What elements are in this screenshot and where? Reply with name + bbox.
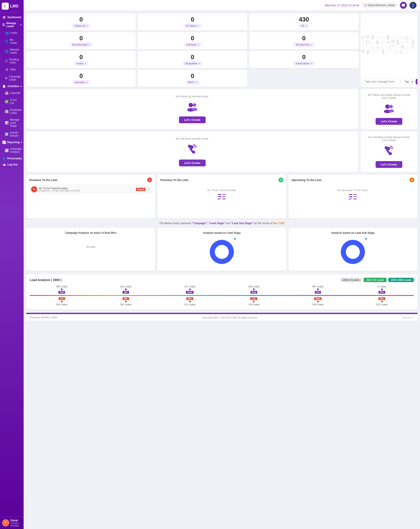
call-back-stream-create-button[interactable]: Let's Create [376, 161, 402, 168]
leads-icon: 👥 [5, 31, 9, 35]
stat-card-did-not-pick: 0 Did Not Pick ↗ [249, 32, 359, 49]
sidebar-item-filter[interactable]: ⚙ Filter [3, 66, 23, 73]
stats-section: 0 Follow Up ↗ 0 FU Warm ↗ 430 FS ↗ [26, 13, 417, 87]
stat-card-fs: 430 FS ↗ [249, 13, 359, 30]
users-stream-icon [383, 103, 395, 115]
website-leads-icon: 🌐 [5, 50, 9, 53]
stat-label[interactable]: Deal Won ↗ [72, 80, 90, 84]
sidebar-item-reporting[interactable]: 📈 Reporting ▾ [0, 139, 24, 145]
todo-previous-panel-2: Previous To Do Lists 0 No "To Do" found … [157, 174, 286, 218]
todo-count-badge-2: 0 [279, 177, 283, 182]
sidebar-item-logout[interactable]: ⏏ Log Out [0, 161, 24, 168]
call-back-create-button[interactable]: Let's Create [179, 159, 206, 166]
timeline-month-oct: 487 Leads Oct [286, 285, 350, 294]
sidebar-item-campaign-leads[interactable]: ⚙ Campaign Leads [3, 73, 23, 83]
svg-rect-9 [222, 194, 226, 195]
follow-up-left-panel: No Follow Up records found. Let's Create [26, 89, 358, 129]
stat-label[interactable]: Follow Up ↗ [72, 24, 90, 28]
sidebar-item-activity-stream[interactable]: 🔄 Activity Stream [3, 129, 23, 139]
timeline-month-aug: 326 Leads Aug [222, 285, 286, 294]
pending-tasks-icon: ⏱ [5, 59, 8, 63]
checklist-icon [217, 193, 226, 203]
timeline-dot-red [61, 301, 63, 303]
sidebar-item-campaign-analysis[interactable]: 📉 Campaign Analysis [3, 145, 23, 155]
timeline-month-may: May 212 Leads [158, 297, 222, 306]
sidebar-item-dashboard[interactable]: ⊞ Dashboard [0, 14, 24, 20]
stat-number: 0 [79, 54, 83, 61]
external-link-icon: ↗ [195, 81, 197, 84]
calendar-icon: 📅 [5, 91, 9, 95]
stat-card-future-batch: 0 Future Batch ↗ [249, 51, 359, 68]
sidebar-item-to-do-list[interactable]: ✅ To Do List [3, 97, 23, 106]
footer-credit: Designed with ❤ by Sitefy [30, 316, 57, 319]
sidebar-item-leads[interactable]: 👥 Leads [3, 29, 23, 36]
year-2024-button[interactable]: 2024 | 3816 Leads [388, 278, 414, 282]
sidebar-item-manage-leads[interactable]: ☰ Manage Leads ▾ [0, 20, 24, 29]
todo-header-2: Previous To Do Lists 0 [160, 177, 283, 182]
campaign-chart-panel: Campaign Analysis on basis of Deal Won N… [26, 228, 155, 271]
stat-card-disqualified: 0 Disqualified ↗ [138, 51, 247, 68]
todo-count-badge-3: 0 [409, 177, 414, 182]
sidebar-item-calendar[interactable]: 📅 Calendar [3, 90, 23, 96]
stat-label[interactable]: Did Not Pick ↗ [293, 43, 314, 47]
chat-tag-select[interactable]: Tag [402, 79, 414, 85]
charts-section: Campaign Analysis on basis of Deal Won N… [26, 228, 417, 271]
lead-analysis-title: Lead Analysis ( 3890 ) [30, 278, 62, 282]
year-2023-button[interactable]: 2023 | 63 Leads [364, 278, 386, 282]
sidebar-item-personalize[interactable]: 👤 Personalize [0, 155, 24, 161]
todo-item-main: No "To Do" found for today. [39, 187, 134, 189]
svg-point-3 [192, 108, 197, 111]
todo-delete-button[interactable]: 🗑 [147, 187, 150, 191]
follow-up-stream-create-button[interactable]: Let's Create [376, 118, 402, 125]
notification-button[interactable]: 💬 [400, 2, 407, 9]
sidebar-user: F Faisal Program Manager [0, 516, 24, 529]
chat-message-input[interactable] [363, 79, 400, 85]
timeline-dot [317, 289, 319, 290]
lead-stage-chart-title: Analysis based on Lead Stage [203, 231, 241, 234]
stat-number: 0 [302, 35, 306, 42]
timeline-dot-red [189, 301, 191, 303]
sidebar-item-manage-lead-stage[interactable]: 📊 Manage Lead Stage [3, 117, 23, 129]
sidebar-item-pending-tasks[interactable]: ⏱ Pending Tasks [3, 56, 23, 66]
sidebar-item-activities[interactable]: 📋 Activities ▾ [0, 83, 24, 89]
stat-number: 0 [191, 72, 194, 79]
stat-label[interactable]: Call Back ↗ [184, 43, 201, 47]
stat-card-deal-won: 0 Deal Won ↗ [26, 70, 136, 87]
sidebar-sub-manage: 👥 Leads 👤 My Leads 🌐 Website Leads ⏱ Pen… [0, 29, 24, 83]
todo-empty-text-2: No "To Do" found for today. [207, 189, 236, 192]
timeline-month-feb: 395 Leads Feb [30, 285, 94, 294]
stat-label[interactable]: FU Warm ↗ [184, 24, 202, 28]
sidebar-item-my-leads[interactable]: 👤 My Leads [3, 37, 23, 46]
donut-dot [234, 238, 236, 240]
todo-previous-panel-1: Previous To Do Lists 1 ✕ No "To Do" foun… [26, 174, 155, 218]
sidebar-item-website-leads[interactable]: 🌐 Website Leads [3, 46, 23, 56]
sidebar-item-employee-leads[interactable]: 👔 Employee Leads [3, 106, 23, 116]
stat-label[interactable]: Invalid ↗ [74, 62, 88, 66]
filter-icon: ⚙ [5, 68, 9, 71]
main-content: Wed Nov 27 2024 14:19:45 ☀ Good Afternoo… [24, 0, 420, 529]
users-icon [187, 102, 198, 114]
follow-up-create-button[interactable]: Let's Create [179, 117, 206, 123]
activities-icon: 📋 [2, 84, 6, 88]
chat-input-row: Tag Send [363, 79, 415, 85]
stat-label[interactable]: NATC ↗ [186, 80, 199, 84]
follow-up-right-panel: No Follow Up Activity Stream Found Let's… [360, 89, 417, 129]
chat-send-button[interactable]: Send [416, 79, 417, 84]
user-info: Faisal Program Manager [11, 519, 21, 527]
stat-label[interactable]: Future Batch ↗ [293, 62, 315, 66]
svg-rect-10 [218, 196, 221, 197]
header-greeting: ☀ Good Afternoon, Faisal [362, 3, 397, 8]
footer-version: Version 1.2 [402, 316, 414, 319]
stat-number: 0 [79, 35, 83, 42]
logout-icon: ⏏ [2, 163, 6, 166]
user-menu-button[interactable]: 👤 [409, 2, 417, 9]
stat-label[interactable]: FS ↗ [299, 24, 309, 28]
external-link-icon: ↗ [84, 62, 86, 65]
stat-label[interactable]: Not Interested ↗ [70, 43, 92, 47]
page-body: 0 Follow Up ↗ 0 FU Warm ↗ 430 FS ↗ [24, 11, 420, 323]
lead-sub-stage-chart-panel: Analysis based on Lead Sub Stage [289, 228, 417, 271]
stat-label[interactable]: Disqualified ↗ [183, 62, 203, 66]
external-link-icon: ↗ [86, 81, 88, 84]
year-2022-button[interactable]: 2022 | 0 Leads [340, 278, 362, 282]
svg-point-7 [389, 109, 394, 112]
